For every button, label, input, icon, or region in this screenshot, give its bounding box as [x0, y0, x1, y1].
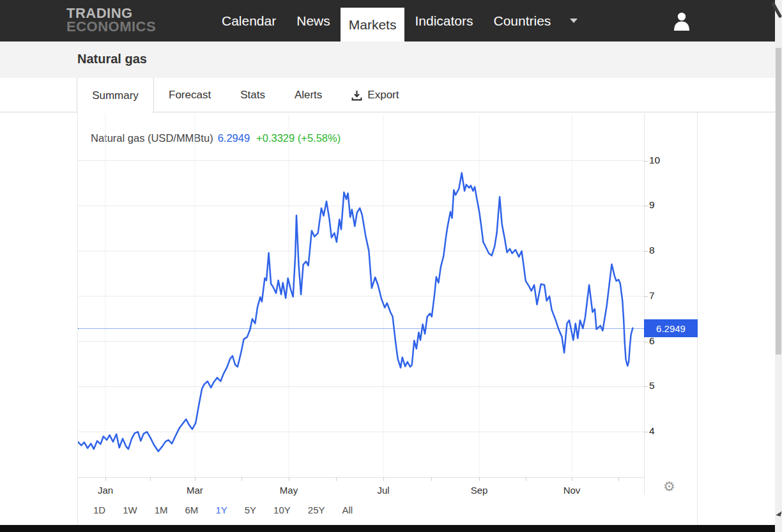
nav-item-markets[interactable]: Markets [341, 8, 405, 42]
x-axis-minor-tick [526, 477, 526, 481]
y-axis-tick [644, 386, 648, 387]
bottom-bar [0, 525, 775, 532]
download-icon [351, 90, 362, 101]
logo-line-2: ECONOMICS [66, 20, 156, 34]
range-button-25y[interactable]: 25Y [308, 505, 325, 515]
x-axis-minor-tick [336, 477, 337, 481]
tab-label: Alerts [295, 89, 322, 102]
user-icon[interactable] [673, 11, 691, 31]
y-axis-label: 10 [649, 155, 660, 166]
last-price-dotted-line [78, 328, 644, 329]
x-axis-label: Jul [364, 485, 402, 496]
x-axis-label: Mar [176, 485, 214, 496]
price-chart[interactable] [78, 114, 644, 477]
x-axis-tick [289, 477, 289, 481]
last-price-flag: 6.2949 [644, 319, 698, 337]
trading-economics-logo[interactable]: TRADING ECONOMICS [66, 7, 156, 34]
y-axis-label: 9 [649, 199, 655, 211]
y-axis-tick [644, 251, 648, 252]
range-button-10y[interactable]: 10Y [273, 505, 291, 515]
y-axis-label: 8 [649, 245, 655, 256]
page: TRADING ECONOMICS CalendarNewsMarketsInd… [0, 0, 782, 532]
title-bar: Natural gas [0, 42, 775, 78]
x-axis-label: Nov [553, 485, 591, 496]
tab-alerts[interactable]: Alerts [280, 78, 337, 112]
y-axis-tick [644, 206, 648, 206]
nav-menu: CalendarNewsMarketsIndicatorsCountries [211, 0, 578, 42]
range-selector: 1D1W1M6M1Y5Y10Y25YAll [93, 505, 353, 515]
tab-label: Stats [240, 89, 265, 102]
gear-icon[interactable]: ⚙ [663, 479, 675, 494]
tab-label: Forecast [169, 89, 211, 102]
x-axis-minor-tick [150, 477, 151, 481]
x-axis-minor-tick [431, 477, 432, 481]
x-axis-minor-tick [618, 477, 619, 481]
nav-item-countries[interactable]: Countries [483, 0, 561, 42]
y-axis-tick [644, 296, 648, 297]
tab-summary[interactable]: Summary [77, 78, 154, 113]
range-button-1y[interactable]: 1Y [215, 505, 227, 515]
range-button-5y[interactable]: 5Y [245, 505, 256, 515]
tabs: SummaryForecastStatsAlertsExport [77, 78, 414, 112]
range-button-1w[interactable]: 1W [123, 505, 137, 515]
range-button-1d[interactable]: 1D [93, 505, 105, 515]
x-axis-tick [479, 477, 480, 481]
page-title: Natural gas [77, 52, 147, 66]
y-axis-label: 4 [649, 425, 655, 437]
x-axis-line [78, 477, 644, 478]
chevron-down-icon[interactable] [570, 19, 578, 23]
y-axis-line [644, 114, 645, 495]
nav-item-indicators[interactable]: Indicators [404, 0, 483, 42]
range-button-all[interactable]: All [342, 505, 353, 515]
tab-bar: SummaryForecastStatsAlertsExport [0, 78, 775, 112]
x-axis-tick [572, 477, 572, 481]
scrollbar-track[interactable] [775, 0, 782, 532]
scrollbar-thumb[interactable] [776, 48, 781, 354]
nav-item-news[interactable]: News [286, 0, 341, 42]
nav-item-calendar[interactable]: Calendar [211, 0, 286, 42]
range-button-1m[interactable]: 1M [155, 505, 168, 515]
x-axis-tick [383, 477, 384, 481]
tab-stats[interactable]: Stats [226, 78, 280, 112]
x-axis-tick [195, 477, 195, 481]
x-axis-label: Jan [86, 485, 125, 496]
price-line-series [78, 173, 632, 452]
tab-label: Export [367, 89, 399, 102]
x-axis-tick [105, 477, 106, 481]
x-axis-minor-tick [241, 477, 242, 481]
x-axis-label: May [270, 485, 308, 496]
y-axis-tick [644, 161, 648, 162]
tab-label: Summary [92, 89, 139, 102]
y-axis-label: 7 [649, 290, 655, 301]
tab-forecast[interactable]: Forecast [154, 78, 226, 112]
x-axis-label: Sep [460, 485, 498, 496]
range-button-6m[interactable]: 6M [185, 505, 199, 515]
y-axis-label: 5 [649, 380, 655, 391]
y-axis-tick [644, 432, 648, 432]
top-navbar: TRADING ECONOMICS CalendarNewsMarketsInd… [0, 0, 775, 42]
y-axis-tick [644, 342, 648, 342]
tab-export[interactable]: Export [337, 78, 413, 112]
